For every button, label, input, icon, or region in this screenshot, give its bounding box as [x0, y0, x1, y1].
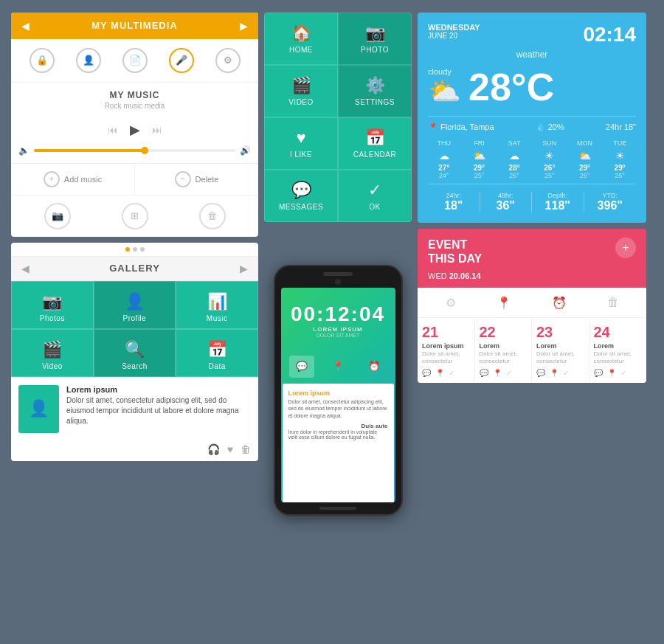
weather-location: 📍 Florida, Tampa: [428, 122, 494, 132]
like-icon: ♥: [296, 128, 305, 148]
photos-label: Photos: [40, 314, 65, 322]
event-day-chat-icon[interactable]: 💬: [480, 369, 488, 377]
event-trash-icon[interactable]: 🗑: [607, 296, 619, 310]
event-day[interactable]: 23 Lorem Dolor sit amet, consectetur 💬 📍…: [532, 317, 589, 383]
nav-calendar[interactable]: 📅 CALENDAR: [338, 117, 412, 170]
multimedia-widget: ◀ MY MULTIMEDIA ▶ 🔒 👤 📄 🎤 ⚙ MY MUSIC Roc…: [11, 13, 258, 237]
phone-tab-alarm[interactable]: ⏰: [362, 356, 387, 378]
minus-icon: −: [175, 171, 191, 187]
home-icon: 🏠: [291, 24, 311, 43]
phone-mockup: 00:12:04 LOREM IPSUM DOLOR SIT AMET 💬 📍 …: [274, 265, 403, 516]
event-location-icon[interactable]: 📍: [497, 296, 511, 310]
event-settings-icon[interactable]: ⚙: [446, 296, 456, 310]
event-top: EVENTTHIS DAY +: [418, 229, 646, 271]
headphone-icon[interactable]: 🎧: [207, 443, 220, 455]
gallery-item-music[interactable]: 📊 Music: [176, 281, 258, 329]
trash2-icon[interactable]: 🗑: [241, 443, 251, 455]
video-label: Video: [42, 362, 63, 370]
camera-button[interactable]: 📷: [44, 203, 71, 229]
gallery-dots: [11, 243, 258, 257]
volume-row: 🔈 🔊: [11, 142, 258, 163]
gallery-item-search[interactable]: 🔍 Search: [94, 329, 176, 377]
gallery-item-photos[interactable]: 📷 Photos: [11, 281, 94, 329]
forecast-day: THU ☁ 27° 24°: [428, 139, 460, 179]
dot-2: [133, 247, 137, 252]
event-day-location-icon[interactable]: 📍: [607, 369, 616, 377]
photo-icon: 📷: [365, 24, 385, 43]
nav-messages[interactable]: 💬 MESSAGES: [264, 170, 338, 222]
event-day-chat-icon[interactable]: 💬: [422, 369, 431, 377]
event-day[interactable]: 21 Lorem ipsum Dolor sit amet, consectet…: [418, 317, 475, 383]
forecast-day: SUN ☀ 26° 25°: [533, 139, 566, 179]
nav-video[interactable]: 🎬 VIDEO: [264, 65, 338, 117]
event-date: WED 20.06.14: [418, 271, 646, 288]
forecast-day: TUE ☀ 29° 25°: [604, 139, 636, 179]
gallery-next-icon[interactable]: ▶: [240, 263, 248, 274]
phone-home-bar[interactable]: [319, 507, 356, 510]
trash-button[interactable]: 🗑: [199, 203, 226, 229]
nav-settings-icon: ⚙️: [365, 76, 385, 95]
event-day-check-icon[interactable]: ✓: [506, 369, 512, 377]
event-day-chat-icon[interactable]: 💬: [594, 369, 603, 377]
delete-button[interactable]: − Delete: [135, 164, 258, 195]
add-music-button[interactable]: + Add music: [11, 164, 135, 195]
event-add-button[interactable]: +: [615, 238, 636, 258]
doc-icon[interactable]: 📄: [122, 48, 148, 73]
nav-ok[interactable]: ✓ OK: [338, 170, 412, 222]
event-day[interactable]: 24 Lorem Dolor sit amet, consectetur 💬 📍…: [589, 317, 647, 383]
weather-stats: 24hr: 18" 48hr: 36" Depth: 118" YTD: 396…: [428, 184, 636, 212]
phone-tab-location[interactable]: 📍: [325, 356, 350, 378]
gallery-item-profile[interactable]: 👤 Profile: [94, 281, 176, 329]
grid-button[interactable]: ⊞: [122, 203, 148, 229]
weather-humidity: 💧 20%: [536, 122, 564, 132]
play-icon[interactable]: ▶: [130, 122, 140, 138]
multimedia-title: MY MULTIMEDIA: [91, 20, 178, 31]
heart-icon[interactable]: ♥: [227, 443, 233, 455]
weather-condition: cloudy: [428, 67, 461, 76]
lock-icon[interactable]: 🔒: [30, 48, 55, 73]
event-day-location-icon[interactable]: 📍: [435, 369, 444, 377]
multimedia-actions: + Add music − Delete: [11, 163, 258, 195]
nav-home[interactable]: 🏠 HOME: [264, 13, 338, 65]
multimedia-bottom: 📷 ⊞ 🗑: [11, 195, 258, 237]
data-icon: 📅: [207, 340, 227, 359]
event-icons: ⚙ 📍 ⏰ 🗑: [418, 288, 646, 317]
event-day[interactable]: 22 Lorem Dolor sit amet, consectetur 💬 📍…: [475, 317, 533, 383]
profile-info: Lorem ipsum Dolor sit amet, consectetur …: [66, 385, 251, 426]
fastforward-icon[interactable]: ⏭: [152, 124, 162, 136]
weather-time: 02:14: [583, 23, 636, 46]
nav-photo[interactable]: 📷 PHOTO: [338, 13, 412, 65]
event-day-location-icon[interactable]: 📍: [493, 369, 502, 377]
music-subtitle: Rock music media: [18, 102, 251, 110]
rewind-icon[interactable]: ⏮: [108, 124, 118, 136]
mic-icon[interactable]: 🎤: [169, 48, 194, 73]
phone-content-right-text: Irure dolor in reprehenderit in voluptat…: [288, 429, 388, 440]
gallery-prev-icon[interactable]: ◀: [21, 263, 30, 274]
left-column: ◀ MY MULTIMEDIA ▶ 🔒 👤 📄 🎤 ⚙ MY MUSIC Roc…: [11, 13, 258, 553]
user-icon[interactable]: 👤: [76, 48, 101, 73]
prev-arrow-icon[interactable]: ◀: [21, 20, 30, 32]
phone-tab-chat[interactable]: 💬: [289, 356, 314, 378]
event-day-location-icon[interactable]: 📍: [550, 369, 558, 377]
video-label2: VIDEO: [288, 98, 314, 106]
event-day-check-icon[interactable]: ✓: [563, 369, 569, 377]
event-day-check-icon[interactable]: ✓: [620, 369, 626, 377]
nav-like[interactable]: ♥ I LIKE: [264, 117, 338, 170]
progress-bar[interactable]: [34, 149, 235, 152]
settings-label: SETTINGS: [355, 98, 395, 106]
event-day-check-icon[interactable]: ✓: [449, 369, 454, 377]
gallery-item-data[interactable]: 📅 Data: [176, 329, 258, 377]
cloud-icon: ⛅: [428, 76, 461, 107]
weather-label: weather: [428, 49, 636, 60]
event-alarm-icon[interactable]: ⏰: [552, 296, 567, 310]
weather-wind: 24hr 18": [606, 122, 636, 131]
event-title-block: EVENTTHIS DAY: [428, 238, 482, 266]
gallery-item-video[interactable]: 🎬 Video: [11, 329, 94, 377]
settings-icon[interactable]: ⚙: [215, 48, 241, 73]
weather-condition-block: cloudy ⛅: [428, 67, 461, 107]
nav-settings[interactable]: ⚙️ SETTINGS: [338, 65, 412, 117]
forecast-day: FRI ⛅ 29° 25°: [463, 139, 496, 179]
event-day-chat-icon[interactable]: 💬: [536, 369, 545, 377]
phone-screen: 00:12:04 LOREM IPSUM DOLOR SIT AMET 💬 📍 …: [281, 288, 395, 502]
next-arrow-icon[interactable]: ▶: [240, 20, 248, 32]
